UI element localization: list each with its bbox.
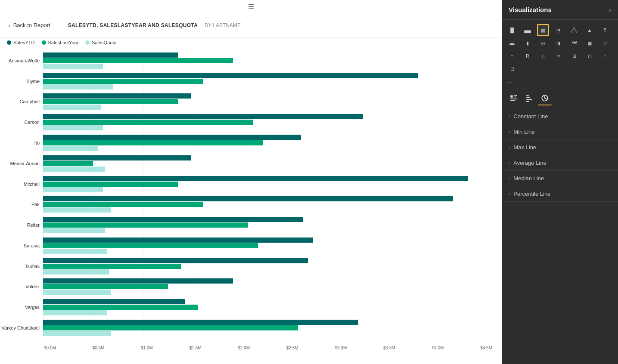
sidebar-title: Visualizations [509, 6, 552, 13]
bar-quota[interactable] [43, 125, 103, 130]
map-icon[interactable]: 🗺 [568, 37, 580, 49]
kpi-icon[interactable]: ↑ [599, 50, 611, 62]
scatter-icon[interactable]: ⠿ [599, 24, 611, 36]
area-chart-icon[interactable]: ▲ [584, 24, 596, 36]
sidebar-expand-icon[interactable]: › [609, 6, 611, 13]
combo-icon[interactable]: ⎍ [537, 50, 549, 62]
bar-label: Saraiva [1, 243, 40, 248]
bar-quota[interactable] [43, 310, 107, 315]
tree-icon[interactable]: ▦ [584, 37, 596, 49]
bar-lastyear[interactable] [43, 140, 263, 145]
shape-icon[interactable]: ◻ [584, 50, 596, 62]
stacked-col-icon[interactable]: ▮ [522, 37, 534, 49]
bar-ytd[interactable] [43, 238, 313, 243]
bar-quota[interactable] [43, 290, 111, 295]
bar-group: Saraiva [43, 238, 493, 254]
x-axis-label: $4.5M [480, 345, 492, 350]
bar-group: Vargas [43, 299, 493, 315]
bar-quota[interactable] [43, 84, 113, 89]
legend-dot [42, 40, 46, 45]
bar-lastyear[interactable] [43, 325, 298, 330]
tab-fields-icon[interactable] [507, 92, 521, 105]
drag-handle: ☰ [0, 0, 502, 13]
bar-label: Mitchell [1, 182, 40, 187]
bar-quota[interactable] [43, 331, 111, 336]
tab-analytics-icon[interactable] [538, 92, 552, 105]
bar-chart-icon[interactable]: ▐▌ [506, 24, 518, 36]
bar-ytd[interactable] [43, 114, 363, 119]
bar-lastyear[interactable] [43, 202, 203, 207]
r-icon[interactable]: R [522, 50, 534, 62]
slicer-icon[interactable]: ⊟ [506, 63, 518, 75]
bar-quota[interactable] [43, 64, 103, 69]
bar-lastyear[interactable] [43, 99, 178, 104]
stacked-bar-icon[interactable]: ▬ [506, 37, 518, 49]
bar-ytd[interactable] [43, 320, 358, 325]
donut-icon[interactable]: ◎ [537, 37, 549, 49]
bar-ytd[interactable] [43, 299, 185, 304]
bar-group: Reiter [43, 217, 493, 233]
analytics-item-label: Max Line [513, 144, 536, 151]
pie-chart-icon[interactable]: ◔ [553, 24, 565, 36]
column-chart-icon[interactable]: ▄▄ [522, 24, 534, 36]
tab-format-icon[interactable] [522, 92, 536, 105]
bar-lastyear[interactable] [43, 161, 93, 166]
more-label[interactable]: ... [502, 77, 618, 88]
bar-lastyear[interactable] [43, 79, 203, 84]
bar-group: Valdez [43, 278, 493, 295]
analytics-item-max-line[interactable]: ›Max Line [502, 140, 618, 155]
analytics-chevron-icon: › [509, 160, 510, 165]
back-button[interactable]: ‹ Back to Report [5, 20, 54, 31]
back-label: Back to Report [13, 22, 50, 28]
bar-lastyear[interactable] [43, 305, 198, 310]
bar-group: Blythe [43, 73, 493, 89]
legend-label: SalesYTD [13, 40, 35, 45]
legend-label: SalesQuota [92, 40, 116, 45]
analytics-item-median-line[interactable]: ›Median Line [502, 171, 618, 186]
bar-lastyear[interactable] [43, 284, 168, 289]
bar-ytd[interactable] [43, 258, 308, 263]
bar-quota[interactable] [43, 269, 109, 275]
bar-ytd[interactable] [43, 52, 178, 58]
funnel-icon[interactable]: ▽ [599, 37, 611, 49]
bar-ytd[interactable] [43, 278, 233, 284]
analytics-item-constant-line[interactable]: ›Constant Line [502, 109, 618, 124]
bar-quota[interactable] [43, 146, 98, 151]
analytics-item-percentile-line[interactable]: ›Percentile Line [502, 186, 618, 202]
ribbon-icon[interactable]: ≋ [553, 50, 565, 62]
chart-legend: SalesYTDSalesLastYearSalesQuota [0, 37, 502, 47]
x-axis-label: $0.5M [93, 345, 105, 350]
bar-lastyear[interactable] [43, 264, 181, 269]
bar-ytd[interactable] [43, 73, 418, 78]
bar-ytd[interactable] [43, 155, 191, 160]
bar-ytd[interactable] [43, 93, 191, 99]
bar-lastyear[interactable] [43, 120, 253, 125]
table-icon[interactable]: ▦ [537, 24, 549, 36]
bar-quota[interactable] [43, 105, 101, 110]
bar-quota[interactable] [43, 167, 105, 172]
bar-ytd[interactable] [43, 176, 468, 181]
back-chevron-icon: ‹ [9, 22, 11, 29]
bar-lastyear[interactable] [43, 222, 248, 228]
matrix-icon[interactable]: ⊞ [568, 50, 580, 62]
analytics-item-average-line[interactable]: ›Average Line [502, 155, 618, 171]
bar-lastyear[interactable] [43, 243, 258, 248]
bar-quota[interactable] [43, 207, 111, 213]
analytics-item-min-line[interactable]: ›Min Line [502, 124, 618, 140]
bar-quota[interactable] [43, 228, 105, 233]
svg-rect-3 [510, 99, 517, 99]
gauge-icon[interactable]: ◑ [553, 37, 565, 49]
bar-ytd[interactable] [43, 135, 301, 140]
x-axis-label: $1.0M [141, 345, 153, 350]
legend-item-salesytd: SalesYTD [7, 40, 35, 45]
bar-quota[interactable] [43, 249, 107, 254]
line-chart-icon[interactable]: ╱╲ [568, 24, 580, 36]
waterfall-icon[interactable]: ≡ [506, 50, 518, 62]
bar-ytd[interactable] [43, 196, 453, 201]
bar-quota[interactable] [43, 187, 103, 192]
bar-label: Blythe [1, 79, 40, 84]
bar-ytd[interactable] [43, 217, 303, 222]
bar-lastyear[interactable] [43, 58, 233, 63]
analytics-item-label: Median Line [513, 175, 544, 182]
bar-lastyear[interactable] [43, 182, 178, 187]
